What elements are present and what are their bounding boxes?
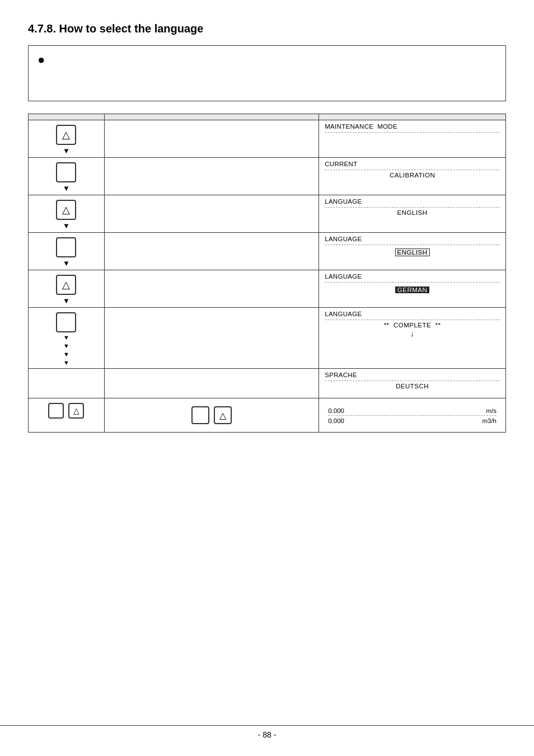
description-cell-2 [104, 158, 318, 195]
table-row: △ ▼ LANGUAGE GERMAN [29, 270, 506, 308]
reading-unit-2: m3/h [482, 417, 496, 424]
page-title: 4.7.8. How to select the language [28, 22, 506, 35]
table-row: SPRACHE DEUTSCH [29, 369, 506, 398]
display-label-4: LANGUAGE [325, 236, 500, 242]
square-button-bottom[interactable] [48, 403, 64, 419]
display-value-7: DEUTSCH [325, 383, 500, 389]
display-cell-5: LANGUAGE GERMAN [319, 270, 506, 308]
table-row: △ ▼ MAINTENANCE MODE [29, 120, 506, 158]
description-cell-4 [104, 233, 318, 270]
button-cell-5: △ ▼ [29, 270, 105, 308]
display-cell-4: LANGUAGE ENGLISH [319, 233, 506, 270]
description-cell-6 [104, 308, 318, 369]
description-cell-1 [104, 120, 318, 158]
display-label-7: SPRACHE [325, 372, 500, 378]
arrow-down-icon-2: ▼ [63, 342, 69, 349]
triangle-button-icon[interactable]: △ [56, 275, 76, 295]
display-label-6: LANGUAGE [325, 311, 500, 317]
arrow-down-icon-3: ▼ [63, 351, 69, 358]
bottom-description-cell: △ [104, 398, 318, 433]
display-cell-3: LANGUAGE ENGLISH [319, 195, 506, 233]
info-box: ● [28, 45, 506, 101]
page-footer: - 88 - [0, 725, 534, 739]
button-cell-1: △ ▼ [29, 120, 105, 158]
button-cell-3: △ ▼ [29, 195, 105, 233]
arrow-down-icon: ▼ [63, 147, 70, 155]
arrow-down-icon: ▼ [63, 222, 70, 230]
bottom-button-cell-left: △ [29, 398, 105, 433]
square-button-icon[interactable] [56, 237, 76, 257]
bottom-table-row: △ △ 0.000 m/s 0.000 m3/ [29, 398, 506, 433]
col-header-buttons [29, 114, 105, 120]
triangle-button-icon[interactable]: △ [56, 125, 76, 145]
arrow-down-icon: ▼ [63, 259, 70, 267]
bullet-point: ● [38, 53, 45, 67]
display-value-4: ENGLISH [395, 248, 430, 256]
display-cell-2: CURRENT CALIBRATION [319, 158, 506, 195]
square-button-icon[interactable] [56, 312, 76, 332]
triangle-button-mid[interactable]: △ [214, 406, 232, 424]
arrow-down-icon: ▼ [63, 297, 70, 305]
square-button-icon[interactable] [56, 162, 76, 182]
display-label-2: CURRENT [325, 161, 500, 167]
display-cell-1: MAINTENANCE MODE [319, 120, 506, 158]
display-value-2: CALIBRATION [325, 172, 500, 179]
display-cell-6: LANGUAGE ** COMPLETE ** ↓ [319, 308, 506, 369]
main-table: △ ▼ MAINTENANCE MODE ▼ [28, 114, 506, 433]
display-value-6: ** COMPLETE ** [325, 322, 500, 328]
bottom-display-cell: 0.000 m/s 0.000 m3/h [319, 398, 506, 433]
table-row: ▼ CURRENT CALIBRATION [29, 158, 506, 195]
display-value-5: GERMAN [395, 287, 429, 293]
triangle-button-icon[interactable]: △ [56, 200, 76, 220]
table-row: △ ▼ LANGUAGE ENGLISH [29, 195, 506, 233]
arrow-down-icon: ▼ [63, 184, 70, 192]
description-cell-7 [104, 369, 318, 398]
display-cell-7: SPRACHE DEUTSCH [319, 369, 506, 398]
page-number: - 88 - [258, 730, 277, 739]
table-row: ▼ ▼ ▼ ▼ LANGUAGE ** COMPLETE ** ↓ [29, 308, 506, 369]
col-header-description [104, 114, 318, 120]
arrow-down-icon-1: ▼ [63, 334, 69, 341]
button-cell-7 [29, 369, 105, 398]
triangle-button-bottom[interactable]: △ [68, 403, 84, 419]
description-cell-5 [104, 270, 318, 308]
description-cell-3 [104, 195, 318, 233]
reading-value-1: 0.000 [328, 407, 344, 414]
display-label-5: LANGUAGE [325, 273, 500, 280]
button-cell-4: ▼ [29, 233, 105, 270]
display-value-3: ENGLISH [325, 209, 500, 216]
square-button-mid[interactable] [191, 406, 209, 424]
complete-arrow-down: ↓ [325, 330, 500, 338]
button-cell-6: ▼ ▼ ▼ ▼ [29, 308, 105, 369]
reading-value-2: 0.000 [328, 417, 344, 424]
display-label-1: MAINTENANCE MODE [325, 123, 500, 130]
reading-unit-1: m/s [486, 407, 496, 414]
display-label-3: LANGUAGE [325, 198, 500, 205]
col-header-display [319, 114, 506, 120]
arrow-down-icon-4: ▼ [63, 359, 69, 366]
table-row: ▼ LANGUAGE ENGLISH [29, 233, 506, 270]
button-cell-2: ▼ [29, 158, 105, 195]
